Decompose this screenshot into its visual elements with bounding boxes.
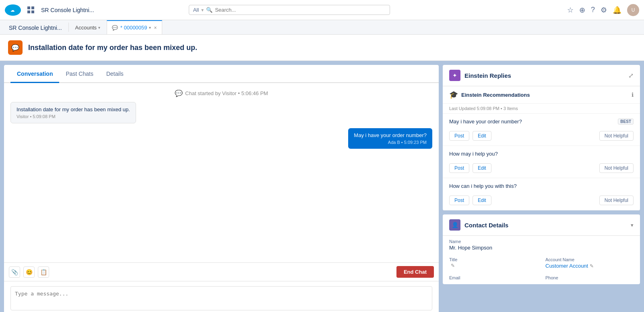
info-icon[interactable]: ℹ xyxy=(632,92,634,98)
end-chat-button[interactable]: End Chat xyxy=(396,266,434,278)
contact-panel-header: 👤 Contact Details ▾ xyxy=(443,214,640,236)
agent-message-text: May i have your order number? xyxy=(354,132,427,138)
tab-accounts[interactable]: Accounts ▾ xyxy=(70,20,105,34)
search-input[interactable] xyxy=(215,7,386,13)
message-input-area xyxy=(4,281,439,312)
visitor-message-bubble: Installation date for my order has been … xyxy=(10,102,136,123)
emoji-btn[interactable]: 😊 xyxy=(23,266,35,278)
right-panel: ✦ Einstein Replies ⤢ 🎓 Einstein Recommen… xyxy=(443,65,640,312)
suggestion-not-helpful-btn-3[interactable]: Not Helpful xyxy=(599,196,634,205)
tab-conversation[interactable]: Conversation xyxy=(10,65,59,83)
suggestion-text-2: How may i help you? xyxy=(449,151,498,157)
chat-system-message: 💬 Chat started by Visitor • 5:06:46 PM xyxy=(10,89,432,97)
title-label: Title xyxy=(449,257,537,262)
einstein-panel-title: Einstein Replies xyxy=(464,72,511,79)
title-edit-icon[interactable]: ✎ xyxy=(451,263,455,268)
chat-icon: 💬 xyxy=(112,25,118,31)
search-bar: All ▾ 🔍 xyxy=(189,5,390,15)
suggestion-item-2: How may i help you? Post Edit Not Helpfu… xyxy=(443,146,640,178)
account-edit-icon[interactable]: ✎ xyxy=(590,263,594,269)
accounts-dropdown-icon[interactable]: ▾ xyxy=(98,25,100,30)
chat-area: 💬 Chat started by Visitor • 5:06:46 PM I… xyxy=(4,83,439,262)
contact-account-name-field: Account Name Customer Account ✎ xyxy=(545,257,634,269)
name-label: Name xyxy=(449,239,634,244)
suggestion-not-helpful-btn-1[interactable]: Not Helpful xyxy=(599,131,634,141)
banner: 💬 Installation date for my order has bee… xyxy=(0,35,644,61)
banner-icon: 💬 xyxy=(8,40,23,55)
user-avatar[interactable]: U xyxy=(627,4,639,16)
tab-close-btn[interactable]: × xyxy=(154,25,157,31)
contact-details-panel: 👤 Contact Details ▾ Name Mr. Hope Simpso… xyxy=(443,214,640,284)
main-layout: Conversation Past Chats Details 💬 Chat s… xyxy=(0,61,644,312)
tab-divider xyxy=(68,23,69,32)
filter-chevron-icon[interactable]: ▾ xyxy=(201,7,204,13)
tab-app-label: SR Console Lightni... xyxy=(9,25,62,31)
template-btn[interactable]: 📋 xyxy=(38,266,49,278)
contact-email-field: Email xyxy=(449,275,537,281)
suggestion-item-3: How can i help you with this? Post Edit … xyxy=(443,178,640,210)
nav-right: ☆ ⊕ ? ⚙ 🔔 U xyxy=(567,4,639,16)
suggestion-edit-btn-1[interactable]: Edit xyxy=(473,131,491,141)
salesforce-logo: ☁ xyxy=(5,4,21,16)
tab-chat[interactable]: 💬 * 00000059 ▾ × xyxy=(107,20,162,34)
banner-title: Installation date for my order has been … xyxy=(28,44,197,52)
chat-tab-dropdown-icon[interactable]: ▾ xyxy=(149,25,151,30)
top-nav: ☁ SR Console Lightni... All ▾ 🔍 ☆ ⊕ ? ⚙ … xyxy=(0,0,644,20)
svg-rect-4 xyxy=(27,10,30,13)
svg-rect-5 xyxy=(31,10,34,13)
einstein-hat-icon: 🎓 xyxy=(449,90,458,99)
contact-panel-icon: 👤 xyxy=(449,219,460,231)
search-filter-label[interactable]: All xyxy=(193,7,199,13)
account-name-value[interactable]: Customer Account xyxy=(545,263,588,269)
contact-name-field: Name Mr. Hope Simpson xyxy=(449,239,634,251)
tab-accounts-label: Accounts xyxy=(75,25,97,31)
search-icon: 🔍 xyxy=(206,7,213,13)
einstein-replies-panel: ✦ Einstein Replies ⤢ 🎓 Einstein Recommen… xyxy=(443,65,640,210)
suggestion-text-1: May i have your order number? xyxy=(449,119,522,125)
settings-icon[interactable]: ⚙ xyxy=(601,6,607,15)
grid-menu-icon[interactable] xyxy=(25,4,37,16)
suggestion-text-3: How can i help you with this? xyxy=(449,183,517,189)
tab-app[interactable]: SR Console Lightni... xyxy=(4,20,67,34)
favorites-icon[interactable]: ☆ xyxy=(567,6,574,15)
agent-message-meta: Ada B • 5:09:23 PM xyxy=(354,140,427,145)
contact-panel-title: Contact Details xyxy=(464,222,508,229)
tab-past-chats[interactable]: Past Chats xyxy=(59,65,99,83)
svg-rect-2 xyxy=(27,6,30,9)
contact-title-account-row: Title ✎ Account Name Customer Account ✎ xyxy=(443,254,640,272)
contact-email-phone-row: Email Phone xyxy=(443,272,640,284)
visitor-message-meta: Visitor • 5:09:08 PM xyxy=(17,114,130,119)
einstein-expand-icon[interactable]: ⤢ xyxy=(628,72,634,79)
tab-details[interactable]: Details xyxy=(100,65,130,83)
attach-file-btn[interactable]: 📎 xyxy=(9,266,20,278)
best-badge: BEST xyxy=(618,119,634,125)
contact-name-row: Name Mr. Hope Simpson xyxy=(443,236,640,254)
suggestion-edit-btn-2[interactable]: Edit xyxy=(473,163,491,173)
account-name-label: Account Name xyxy=(545,257,634,262)
einstein-meta: Last Updated 5:09:08 PM • 3 Items xyxy=(443,104,640,114)
name-value: Mr. Hope Simpson xyxy=(449,245,634,251)
visitor-message-text: Installation date for my order has been … xyxy=(17,106,130,112)
suggestion-post-btn-2[interactable]: Post xyxy=(449,163,469,173)
phone-label: Phone xyxy=(545,275,634,280)
einstein-panel-header: ✦ Einstein Replies ⤢ xyxy=(443,65,640,86)
suggestion-post-btn-1[interactable]: Post xyxy=(449,131,469,141)
suggestion-not-helpful-btn-2[interactable]: Not Helpful xyxy=(599,163,634,173)
notifications-icon[interactable]: 🔔 xyxy=(613,6,621,15)
einstein-panel-actions: ⤢ xyxy=(628,72,634,79)
contact-title-field: Title ✎ xyxy=(449,257,537,269)
help-icon[interactable]: ? xyxy=(591,6,595,14)
svg-text:☁: ☁ xyxy=(10,8,14,12)
svg-rect-3 xyxy=(31,6,34,9)
suggestion-item-1: May i have your order number? BEST Post … xyxy=(443,114,640,146)
chat-system-icon: 💬 xyxy=(175,89,183,97)
contact-phone-field: Phone xyxy=(545,275,634,281)
suggestion-edit-btn-3[interactable]: Edit xyxy=(473,196,491,205)
message-input[interactable] xyxy=(10,286,432,310)
einstein-panel-icon: ✦ xyxy=(449,70,460,81)
content-tabs: Conversation Past Chats Details xyxy=(4,65,439,83)
suggestion-post-btn-3[interactable]: Post xyxy=(449,196,469,205)
contact-panel-collapse-icon[interactable]: ▾ xyxy=(631,222,634,228)
add-icon[interactable]: ⊕ xyxy=(579,6,585,15)
email-label: Email xyxy=(449,275,537,280)
